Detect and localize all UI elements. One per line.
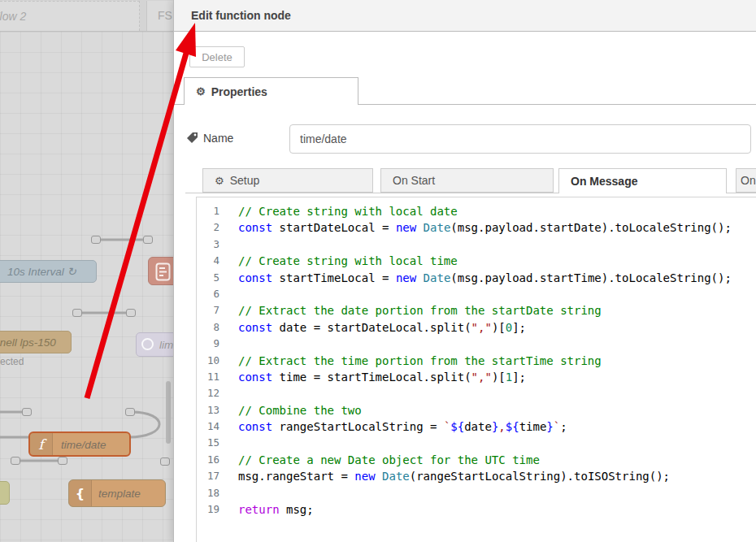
node-knell-lps-150[interactable]: knell lps-150 — [0, 331, 72, 353]
edit-function-dialog: Edit function node Delete ⚙ Properties N… — [173, 0, 756, 542]
code-line[interactable]: 13// Combine the two — [197, 402, 756, 418]
tab-on-start[interactable]: On Start — [380, 168, 554, 193]
code-line[interactable]: 4// Create string with local time — [197, 253, 756, 269]
code-text: msg.rangeStart = new Date(rangeStartLoca… — [238, 468, 670, 484]
line-number: 18 — [197, 485, 219, 501]
template-icon: { — [69, 480, 92, 506]
node-template[interactable]: { template — [68, 479, 166, 507]
workspace-tab-fs-label: FS — [158, 9, 172, 22]
tab-on-stop[interactable]: On Stop — [736, 168, 756, 193]
gear-icon: ⚙ — [215, 175, 224, 187]
gear-icon: ⚙ — [196, 85, 206, 98]
line-number: 13 — [197, 402, 219, 418]
code-line[interactable]: 17msg.rangeStart = new Date(rangeStartLo… — [197, 468, 756, 484]
code-text: const startTimeLocal = new Date(msg.payl… — [238, 270, 732, 286]
code-line[interactable]: 14const rangeStartLocalString = `${date}… — [197, 418, 756, 435]
tab-setup[interactable]: ⚙ Setup — [202, 168, 373, 193]
code-line[interactable]: 6 — [197, 286, 756, 302]
code-text: // Create string with local time — [238, 253, 458, 269]
name-label: Name — [187, 132, 233, 145]
code-text: // Extract the time portion from the sta… — [238, 353, 602, 369]
code-text: // Extract the date portion from the sta… — [238, 302, 602, 319]
code-line[interactable]: 10// Extract the time portion from the s… — [197, 353, 756, 369]
port-widget-input[interactable] — [143, 236, 153, 244]
port-yellow-output[interactable] — [11, 457, 20, 465]
node-knell-label: knell lps-150 — [0, 336, 56, 349]
dialog-header: Edit function node — [174, 0, 756, 32]
port-template-input[interactable] — [58, 457, 67, 465]
code-line[interactable]: 2const startDateLocal = new Date(msg.pay… — [197, 219, 756, 236]
line-number: 10 — [197, 353, 219, 369]
code-line[interactable]: 18 — [197, 485, 756, 501]
code-line[interactable]: 3 — [197, 236, 756, 253]
port-function-output[interactable] — [125, 408, 135, 416]
workspace-scrollbar[interactable] — [166, 381, 171, 444]
line-number: 3 — [197, 236, 219, 253]
line-number: 4 — [197, 253, 219, 269]
code-line[interactable]: 11const time = startTimeLocal.split(",")… — [197, 369, 756, 385]
port-template-output[interactable] — [160, 457, 170, 466]
tab-setup-label: Setup — [230, 174, 260, 187]
form-icon — [155, 262, 171, 281]
line-number: 6 — [197, 286, 219, 302]
code-text: return msg; — [238, 501, 314, 518]
code-line[interactable]: 1// Create string with local date — [197, 203, 756, 219]
port-inject-output[interactable] — [91, 236, 101, 244]
tab-on-message-label: On Message — [571, 175, 637, 188]
tag-icon — [187, 132, 198, 144]
name-input[interactable] — [289, 124, 751, 154]
code-line[interactable]: 9 — [197, 336, 756, 352]
code-editor-lines: 1// Create string with local date2const … — [197, 203, 756, 518]
workspace-tab-flow2-label: Flow 2 — [0, 2, 26, 32]
dialog-title: Edit function node — [191, 0, 291, 32]
port-knell-output[interactable] — [72, 309, 82, 317]
code-line[interactable]: 19return msg; — [197, 501, 756, 518]
tab-on-start-label: On Start — [393, 174, 435, 187]
line-number: 19 — [197, 501, 219, 518]
name-row: Name — [187, 124, 751, 154]
code-text: // Combine the two — [238, 402, 362, 418]
line-number: 7 — [197, 302, 219, 319]
node-yellow-partial[interactable] — [0, 481, 10, 505]
port-limit-input[interactable] — [126, 309, 136, 317]
node-template-label: template — [98, 488, 141, 500]
code-text: // Create string with local date — [238, 203, 458, 219]
workspace-tab-flow2[interactable]: Flow 2 — [0, 1, 140, 31]
tab-properties-label: Properties — [211, 85, 267, 98]
delete-button[interactable]: Delete — [189, 46, 245, 67]
tab-on-message[interactable]: On Message — [558, 168, 727, 193]
code-line[interactable]: 16// Create a new Date object for the UT… — [197, 452, 756, 468]
tab-properties[interactable]: ⚙ Properties — [184, 77, 358, 105]
timer-icon — [141, 338, 154, 350]
line-number: 1 — [197, 203, 219, 219]
node-function-time-date[interactable]: f time/date — [28, 431, 131, 457]
line-number: 8 — [197, 319, 219, 336]
line-number: 14 — [197, 418, 219, 435]
code-line[interactable]: 8const date = startDateLocal.split(",")[… — [197, 319, 756, 336]
line-number: 11 — [197, 369, 219, 385]
code-line[interactable]: 5const startTimeLocal = new Date(msg.pay… — [197, 270, 756, 286]
node-function-label: time/date — [61, 438, 106, 450]
code-text: const rangeStartLocalString = `${date},$… — [238, 418, 567, 435]
tab-on-stop-label: On Stop — [741, 174, 756, 187]
code-text: // Create a new Date object for the UTC … — [238, 452, 540, 468]
code-text: const date = startDateLocal.split(",")[0… — [238, 319, 526, 336]
function-icon: f — [30, 433, 53, 455]
node-inject-10s-interval[interactable]: 10s Interval ↻ — [0, 260, 97, 283]
code-line[interactable]: 7// Extract the date portion from the st… — [197, 302, 756, 319]
port-function-input[interactable] — [22, 408, 32, 416]
code-line[interactable]: 15 — [197, 435, 756, 451]
line-number: 2 — [197, 219, 219, 236]
line-number: 5 — [197, 270, 219, 286]
screenshot-root: Flow 2 FS 10s Interval ↻ — [0, 0, 756, 542]
code-text: const startDateLocal = new Date(msg.payl… — [238, 219, 732, 236]
line-number: 17 — [197, 468, 219, 484]
code-editor[interactable]: 1// Create string with local date2const … — [196, 197, 756, 542]
code-line[interactable]: 12 — [197, 385, 756, 401]
code-text: const time = startTimeLocal.split(",")[1… — [238, 369, 526, 385]
line-number: 12 — [197, 385, 219, 401]
line-number: 15 — [197, 435, 219, 451]
node-inject-label: 10s Interval ↻ — [7, 265, 76, 278]
node-status-text: ected — [0, 356, 24, 367]
line-number: 16 — [197, 452, 219, 468]
